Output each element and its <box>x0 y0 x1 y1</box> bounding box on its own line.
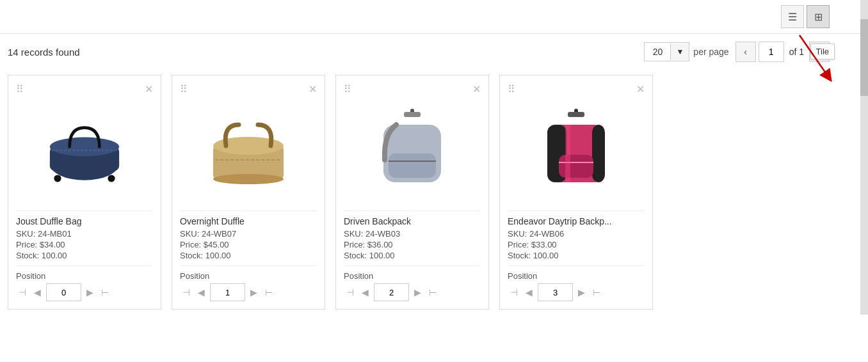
position-section: Position ⊣ ◀ ▶ ⊢ <box>180 265 317 301</box>
svg-rect-18 <box>592 125 605 182</box>
remove-product-button[interactable]: ✕ <box>145 83 153 95</box>
position-last-button[interactable]: ⊢ <box>99 286 111 299</box>
scrollbar[interactable] <box>860 0 868 315</box>
position-next-button[interactable]: ▶ <box>412 286 424 299</box>
product-sku: SKU: 24-MB01 <box>16 229 153 239</box>
product-image-area <box>180 100 317 203</box>
per-page-wrapper: 20 ▼ per page <box>644 42 728 61</box>
position-last-button[interactable]: ⊢ <box>426 286 439 299</box>
position-section: Position ⊣ ◀ ▶ ⊢ <box>344 265 481 301</box>
drag-handle-icon[interactable]: ⠿ <box>508 83 515 95</box>
product-name: Overnight Duffle <box>180 216 317 226</box>
svg-point-6 <box>108 175 115 182</box>
product-sku: SKU: 24-WB07 <box>180 229 317 239</box>
position-section: Position ⊣ ◀ ▶ ⊢ <box>508 265 645 301</box>
position-prev-button[interactable]: ◀ <box>31 286 44 299</box>
position-controls: ⊣ ◀ ▶ ⊢ <box>16 283 153 301</box>
per-page-label: per page <box>693 47 728 57</box>
drag-handle-icon[interactable]: ⠿ <box>16 83 24 95</box>
position-prev-button[interactable]: ◀ <box>359 286 371 299</box>
drag-handle-icon[interactable]: ⠿ <box>180 83 188 95</box>
position-next-button[interactable]: ▶ <box>575 286 588 299</box>
remove-product-button[interactable]: ✕ <box>636 83 645 95</box>
product-info: Endeavor Daytrip Backp... SKU: 24-WB06 P… <box>508 210 645 260</box>
product-image-area <box>344 100 481 203</box>
product-stock: Stock: 100.00 <box>16 251 153 260</box>
product-sku: SKU: 24-WB03 <box>344 229 481 239</box>
svg-rect-19 <box>559 155 593 178</box>
position-label: Position <box>16 271 153 281</box>
product-info: Overnight Duffle SKU: 24-WB07 Price: $45… <box>180 210 317 260</box>
products-grid: ⠿ ✕ Joust Duffle Bag SKU: 24-MB01 Price:… <box>0 70 868 315</box>
position-input[interactable] <box>538 283 573 301</box>
position-controls: ⊣ ◀ ▶ ⊢ <box>344 283 481 301</box>
product-stock: Stock: 100.00 <box>344 251 481 260</box>
toolbar: 14 records found 20 ▼ per page ‹ of 1 › <box>0 34 868 70</box>
product-card: ⠿ ✕ Overnight Duffle SKU: 24-WB07 Price:… <box>172 75 325 310</box>
position-last-button[interactable]: ⊢ <box>262 286 275 299</box>
remove-product-button[interactable]: ✕ <box>472 83 481 95</box>
position-controls: ⊣ ◀ ▶ ⊢ <box>508 283 645 301</box>
product-name: Endeavor Daytrip Backp... <box>508 216 645 226</box>
position-label: Position <box>508 271 645 281</box>
product-stock: Stock: 100.00 <box>180 251 317 260</box>
position-first-button[interactable]: ⊣ <box>180 286 193 299</box>
product-name: Driven Backpack <box>344 216 481 226</box>
card-controls: ⠿ ✕ <box>180 83 317 95</box>
remove-product-button[interactable]: ✕ <box>309 83 317 95</box>
product-card: ⠿ ✕ Joust Duffle Bag SKU: 24-MB01 Price:… <box>8 75 161 310</box>
svg-rect-11 <box>404 112 421 117</box>
records-found: 14 records found <box>8 47 638 58</box>
product-name: Joust Duffle Bag <box>16 216 153 226</box>
per-page-value: 20 <box>645 43 670 61</box>
svg-point-5 <box>54 175 61 182</box>
svg-point-3 <box>50 138 119 157</box>
product-info: Joust Duffle Bag SKU: 24-MB01 Price: $34… <box>16 210 153 260</box>
product-image <box>40 107 129 196</box>
tile-view-button[interactable]: ⊞ <box>807 5 830 28</box>
product-price: Price: $36.00 <box>344 240 481 249</box>
tile-tooltip: Tile <box>810 43 835 59</box>
position-prev-button[interactable]: ◀ <box>523 286 535 299</box>
per-page-dropdown-arrow[interactable]: ▼ <box>670 43 689 60</box>
product-card: ⠿ ✕ Driven Backpack SKU: 24-WB03 Price: … <box>335 75 489 310</box>
per-page-select[interactable]: 20 ▼ <box>644 42 689 61</box>
position-input[interactable] <box>374 283 409 301</box>
list-view-button[interactable]: ☰ <box>781 5 804 28</box>
card-controls: ⠿ ✕ <box>508 83 645 95</box>
svg-point-10 <box>213 174 284 184</box>
scrollbar-thumb[interactable] <box>860 19 868 96</box>
drag-handle-icon[interactable]: ⠿ <box>344 83 351 95</box>
product-image-area <box>508 100 645 203</box>
product-image <box>367 107 457 196</box>
prev-page-button[interactable]: ‹ <box>735 42 756 62</box>
svg-rect-21 <box>565 125 570 182</box>
position-label: Position <box>344 271 481 281</box>
product-image <box>531 107 621 196</box>
product-image-area <box>16 100 153 203</box>
product-stock: Stock: 100.00 <box>508 251 645 260</box>
card-controls: ⠿ ✕ <box>16 83 153 95</box>
svg-rect-13 <box>389 153 436 178</box>
top-toolbar: ☰ ⊞ <box>0 0 868 34</box>
card-controls: ⠿ ✕ <box>344 83 481 95</box>
product-image <box>204 107 293 196</box>
product-info: Driven Backpack SKU: 24-WB03 Price: $36.… <box>344 210 481 260</box>
page-of-label: of 1 <box>787 47 807 57</box>
position-first-button[interactable]: ⊣ <box>16 286 29 299</box>
position-prev-button[interactable]: ◀ <box>195 286 207 299</box>
position-input[interactable] <box>210 283 245 301</box>
svg-rect-15 <box>568 112 584 117</box>
position-label: Position <box>180 271 317 281</box>
product-price: Price: $33.00 <box>508 240 645 249</box>
product-sku: SKU: 24-WB06 <box>508 229 645 239</box>
position-controls: ⊣ ◀ ▶ ⊢ <box>180 283 317 301</box>
page-number-input[interactable] <box>759 42 784 62</box>
position-next-button[interactable]: ▶ <box>248 286 260 299</box>
position-first-button[interactable]: ⊣ <box>508 286 520 299</box>
position-input[interactable] <box>46 283 81 301</box>
position-next-button[interactable]: ▶ <box>84 286 96 299</box>
position-first-button[interactable]: ⊣ <box>344 286 357 299</box>
product-price: Price: $34.00 <box>16 240 153 249</box>
position-last-button[interactable]: ⊢ <box>590 286 603 299</box>
